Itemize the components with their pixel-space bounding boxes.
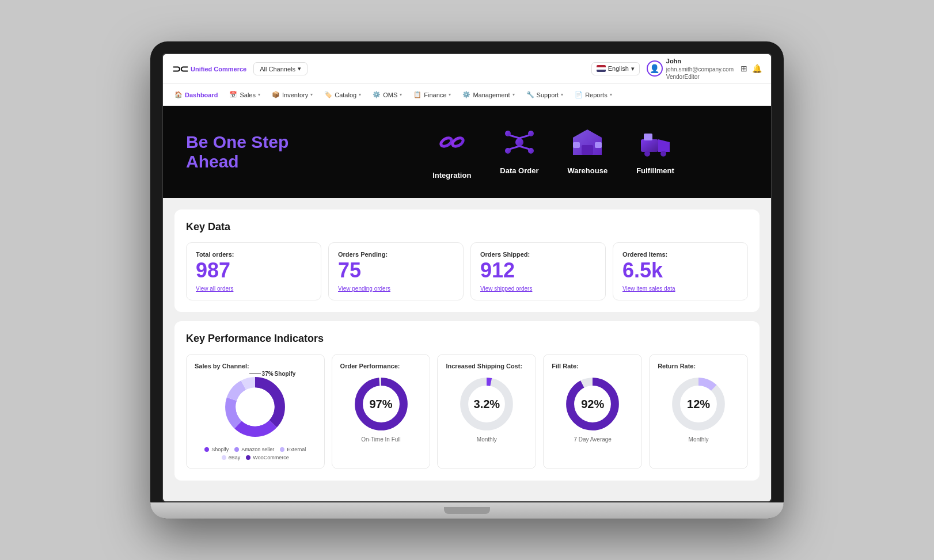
fulfillment-icon: [638, 125, 673, 162]
shopify-dot: [204, 447, 209, 452]
sales-by-channel-title: Sales by Channel:: [195, 363, 316, 369]
nav-icons: ⊞ 🔔: [741, 64, 762, 73]
nav-inventory[interactable]: 📦 Inventory ▾: [272, 91, 313, 98]
fill-rate-sub: 7 Day Average: [552, 436, 633, 443]
svg-rect-12: [582, 145, 593, 155]
user-email: john.smith@company.com: [666, 66, 734, 73]
hero-features: Integration: [359, 125, 748, 180]
view-item-sales-link[interactable]: View item sales data: [622, 285, 738, 292]
key-data-title: Key Data: [186, 221, 748, 233]
nav-support[interactable]: 🔧 Support ▾: [526, 91, 564, 98]
hero-section: Be One Step Ahead: [163, 106, 771, 198]
language-label: English: [608, 65, 629, 72]
order-performance-donut: 97%: [352, 375, 410, 433]
hero-feature-fulfillment[interactable]: Fulfillment: [636, 125, 674, 180]
language-select[interactable]: English ▾: [591, 62, 640, 75]
hero-title-plain: Be One Step: [186, 132, 288, 151]
svg-line-9: [510, 146, 519, 149]
order-performance-title: Order Performance:: [340, 363, 422, 369]
order-performance-value: 97%: [369, 398, 392, 411]
svg-point-25: [236, 387, 275, 426]
order-performance-card: Order Performance: 97% On-Time In F: [332, 354, 431, 469]
top-nav: ⊃⊂ Unified Commerce All Channels ▾ Engli…: [163, 54, 771, 84]
nav-finance[interactable]: 📋 Finance ▾: [413, 91, 451, 98]
dashboard-icon: 🏠: [174, 91, 183, 98]
nav-sales[interactable]: 📅 Sales ▾: [229, 91, 260, 98]
return-rate-donut: 12%: [670, 375, 727, 433]
nav-oms[interactable]: ⚙️ OMS ▾: [373, 91, 402, 98]
flag-icon: [597, 65, 606, 72]
orders-shipped-label: Orders Shipped:: [480, 251, 596, 258]
ordered-items-card: Ordered Items: 6.5k View item sales data: [613, 242, 748, 300]
view-pending-orders-link[interactable]: View pending orders: [338, 285, 454, 292]
svg-point-0: [439, 136, 453, 147]
woocommerce-dot: [246, 455, 250, 460]
donut-shopify-label: 37% Shopify: [249, 371, 296, 377]
bell-icon[interactable]: 🔔: [752, 64, 762, 73]
sales-chevron: ▾: [258, 92, 260, 97]
legend-amazon: Amazon seller: [234, 447, 274, 452]
amazon-dot: [234, 447, 239, 452]
nav-oms-label: OMS: [383, 92, 397, 98]
hero-feature-warehouse[interactable]: Warehouse: [568, 125, 608, 180]
view-all-orders-link[interactable]: View all orders: [196, 285, 312, 292]
hero-feature-integration[interactable]: Integration: [432, 125, 471, 180]
orders-pending-card: Orders Pending: 75 View pending orders: [328, 242, 464, 300]
view-shipped-orders-link[interactable]: View shipped orders: [480, 285, 596, 292]
fulfillment-label: Fulfillment: [636, 166, 674, 175]
hero-feature-dataorder[interactable]: Data Order: [500, 125, 538, 180]
finance-icon: 📋: [413, 91, 422, 98]
svg-line-8: [519, 135, 529, 138]
catalog-icon: 🏷️: [324, 91, 332, 98]
nav-inventory-label: Inventory: [282, 92, 308, 98]
channel-chevron: ▾: [298, 65, 301, 73]
kpi-grid: Sales by Channel:: [186, 354, 748, 469]
oms-icon: ⚙️: [373, 91, 381, 98]
fill-rate-donut: 92%: [564, 375, 621, 433]
user-details: John john.smith@company.com VendorEditor: [666, 57, 734, 80]
secondary-nav: 🏠 Dashboard 📅 Sales ▾ 📦 Inventory ▾ 🏷️ C…: [163, 84, 771, 106]
fill-rate-value: 92%: [581, 398, 604, 411]
orders-shipped-card: Orders Shipped: 912 View shipped orders: [470, 242, 606, 300]
svg-rect-19: [644, 134, 652, 140]
avatar: 👤: [647, 60, 663, 77]
laptop-screen: ⊃⊂ Unified Commerce All Channels ▾ Engli…: [162, 53, 772, 502]
management-chevron: ▾: [512, 92, 515, 97]
total-orders-value: 987: [196, 260, 312, 281]
hero-title: Be One Step Ahead: [186, 132, 336, 172]
management-icon: ⚙️: [462, 91, 470, 98]
legend-external: External: [280, 447, 306, 452]
sales-by-channel-card: Sales by Channel:: [186, 354, 325, 469]
return-rate-sub: Monthly: [658, 436, 739, 443]
user-role: VendorEditor: [666, 73, 734, 81]
nav-dashboard[interactable]: 🏠 Dashboard: [174, 91, 218, 98]
sales-donut-chart: 37% Shopify: [223, 375, 287, 439]
svg-line-7: [510, 135, 519, 138]
donut-legend: Shopify Amazon seller External: [195, 447, 316, 460]
hero-title-accent: Ahead: [186, 152, 239, 171]
reports-chevron: ▾: [610, 92, 612, 97]
shipping-cost-card: Increased Shipping Cost: 3.2% Month: [437, 354, 536, 469]
grid-icon[interactable]: ⊞: [741, 64, 747, 73]
main-content: Key Data Total orders: 987 View all orde…: [163, 198, 771, 501]
shipping-cost-title: Increased Shipping Cost:: [446, 363, 527, 369]
nav-management[interactable]: ⚙️ Management ▾: [462, 91, 514, 98]
orders-pending-label: Orders Pending:: [338, 251, 454, 258]
kpi-section: Key Performance Indicators Sales by Chan…: [174, 321, 760, 481]
order-performance-sub: On-Time In Full: [340, 436, 422, 443]
nav-catalog[interactable]: 🏷️ Catalog ▾: [324, 91, 361, 98]
channel-select[interactable]: All Channels ▾: [253, 62, 307, 75]
total-orders-label: Total orders:: [196, 251, 312, 258]
dataorder-icon: [502, 125, 537, 162]
laptop-base: [150, 502, 784, 519]
nav-management-label: Management: [473, 92, 510, 98]
external-legend-label: External: [287, 447, 306, 452]
amazon-legend-label: Amazon seller: [241, 447, 274, 452]
inventory-icon: 📦: [272, 91, 280, 98]
nav-reports[interactable]: 📄 Reports ▾: [575, 91, 612, 98]
support-icon: 🔧: [526, 91, 534, 98]
shopify-legend-label: Shopify: [211, 447, 229, 452]
external-dot: [280, 447, 284, 452]
orders-pending-value: 75: [338, 260, 454, 281]
lang-chevron: ▾: [631, 65, 635, 73]
